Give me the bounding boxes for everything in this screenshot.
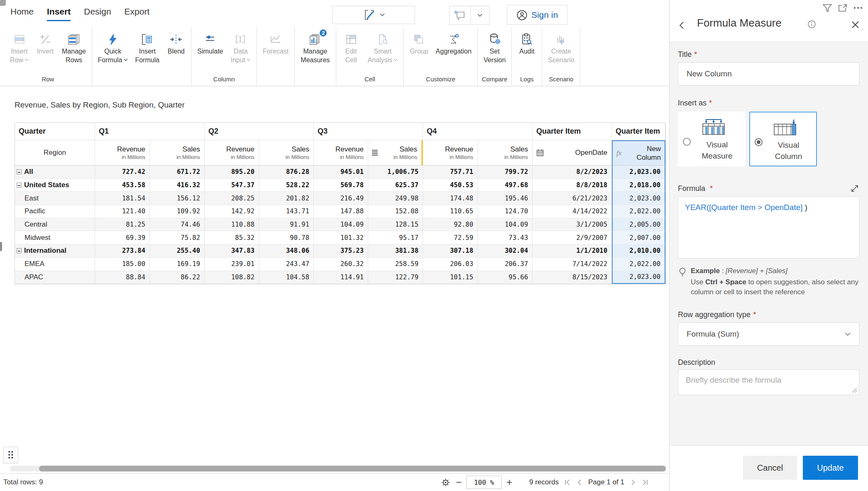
value-cell[interactable]: 124.70 bbox=[478, 205, 533, 218]
value-cell[interactable]: 104.09 bbox=[478, 218, 533, 232]
tab-design[interactable]: Design bbox=[84, 7, 111, 21]
value-cell[interactable]: 727.42 bbox=[95, 166, 150, 179]
measure-header[interactable]: Salesin Millions bbox=[478, 140, 533, 166]
close-button[interactable] bbox=[850, 19, 861, 30]
simulate-button[interactable]: Simulate bbox=[193, 27, 227, 56]
column-menu-icon[interactable] bbox=[371, 149, 379, 156]
value-cell[interactable]: 625.37 bbox=[368, 179, 423, 192]
new-column-cell[interactable]: 2,023.00 bbox=[612, 271, 665, 284]
value-cell[interactable]: 528.22 bbox=[259, 179, 314, 192]
value-cell[interactable]: 143.71 bbox=[259, 205, 314, 218]
value-cell[interactable]: 201.82 bbox=[259, 192, 314, 205]
new-column-cell[interactable]: 2,022.00 bbox=[612, 258, 665, 271]
value-cell[interactable]: 258.59 bbox=[368, 258, 423, 271]
open-date-cell[interactable]: 6/21/2023 bbox=[533, 192, 612, 205]
value-cell[interactable]: 128.15 bbox=[368, 218, 423, 232]
region-cell[interactable]: Pacific bbox=[15, 205, 95, 218]
measure-header[interactable]: Salesin Millions bbox=[368, 140, 423, 166]
value-cell[interactable]: 169.19 bbox=[150, 258, 205, 271]
value-cell[interactable]: 799.72 bbox=[478, 166, 533, 179]
expand-formula-button[interactable] bbox=[850, 184, 859, 193]
value-cell[interactable]: 569.78 bbox=[314, 179, 368, 192]
measure-header[interactable]: Revenuein Millions bbox=[423, 140, 478, 166]
value-cell[interactable]: 152.08 bbox=[368, 205, 423, 218]
value-cell[interactable]: 255.40 bbox=[150, 244, 205, 258]
update-button[interactable]: Update bbox=[803, 456, 858, 480]
value-cell[interactable]: 109.92 bbox=[150, 205, 205, 218]
value-cell[interactable]: 206.03 bbox=[423, 258, 478, 271]
comment-dropdown-button[interactable] bbox=[470, 6, 489, 25]
value-cell[interactable]: 239.01 bbox=[205, 258, 259, 271]
insert-formula-button[interactable]: InsertFormula bbox=[132, 27, 164, 64]
region-cell[interactable]: International bbox=[15, 244, 95, 258]
set-version-button[interactable]: SetVersion bbox=[480, 27, 509, 64]
formula-editor[interactable]: YEAR([Quarter Item > OpenDate] ) bbox=[678, 196, 859, 259]
value-cell[interactable]: 156.12 bbox=[150, 192, 205, 205]
measure-header[interactable]: Salesin Millions bbox=[259, 140, 314, 166]
value-cell[interactable]: 110.65 bbox=[423, 205, 478, 218]
row-aggregation-select[interactable]: Formula (Sum) bbox=[678, 322, 859, 346]
title-input[interactable] bbox=[678, 62, 859, 85]
value-cell[interactable]: 1,006.75 bbox=[368, 166, 423, 179]
radio-selected-icon[interactable] bbox=[755, 138, 763, 146]
value-cell[interactable]: 92.80 bbox=[423, 218, 478, 232]
value-cell[interactable]: 195.46 bbox=[478, 192, 533, 205]
collapse-icon[interactable] bbox=[17, 169, 22, 174]
value-cell[interactable]: 142.92 bbox=[205, 205, 259, 218]
region-cell[interactable]: East bbox=[15, 192, 95, 205]
new-column-cell[interactable]: 2,010.00 bbox=[612, 244, 665, 258]
value-cell[interactable]: 174.48 bbox=[423, 192, 478, 205]
value-cell[interactable]: 88.84 bbox=[95, 271, 150, 284]
prev-page-button[interactable] bbox=[576, 478, 583, 486]
horizontal-scrollbar[interactable] bbox=[10, 466, 667, 471]
value-cell[interactable]: 185.00 bbox=[95, 258, 150, 271]
value-cell[interactable]: 108.82 bbox=[205, 271, 259, 284]
value-cell[interactable]: 307.18 bbox=[423, 244, 478, 258]
description-textarea[interactable] bbox=[678, 369, 859, 395]
table-settings-button[interactable] bbox=[440, 477, 451, 488]
region-cell[interactable]: Midwest bbox=[15, 231, 95, 244]
value-cell[interactable]: 75.82 bbox=[150, 231, 205, 244]
value-cell[interactable]: 243.47 bbox=[259, 258, 314, 271]
new-column-cell[interactable]: 2,005.00 bbox=[612, 218, 665, 232]
value-cell[interactable]: 69.39 bbox=[95, 231, 150, 244]
manage-rows-button[interactable]: ManageRows bbox=[58, 27, 90, 64]
value-cell[interactable]: 453.58 bbox=[95, 179, 150, 192]
region-cell[interactable]: EMEA bbox=[15, 258, 95, 271]
value-cell[interactable]: 85.32 bbox=[205, 231, 259, 244]
blend-button[interactable]: Blend bbox=[163, 27, 189, 56]
value-cell[interactable]: 416.32 bbox=[150, 179, 205, 192]
value-cell[interactable]: 895.20 bbox=[205, 166, 259, 179]
value-cell[interactable]: 206.37 bbox=[478, 258, 533, 271]
quick-formula-button[interactable]: QuickFormula bbox=[94, 27, 132, 64]
value-cell[interactable]: 101.32 bbox=[314, 231, 368, 244]
value-cell[interactable]: 73.43 bbox=[478, 231, 533, 244]
zoom-out-button[interactable]: − bbox=[456, 477, 462, 487]
resize-handle-icon[interactable] bbox=[852, 388, 857, 393]
value-cell[interactable]: 757.71 bbox=[423, 166, 478, 179]
value-cell[interactable]: 381.38 bbox=[368, 244, 423, 258]
add-comment-button[interactable] bbox=[449, 6, 471, 25]
value-cell[interactable]: 95.66 bbox=[478, 271, 533, 284]
first-page-button[interactable] bbox=[563, 478, 572, 486]
next-page-button[interactable] bbox=[630, 478, 636, 486]
value-cell[interactable]: 375.23 bbox=[314, 244, 368, 258]
edit-mode-button[interactable] bbox=[332, 6, 415, 24]
audit-button[interactable]: Audit bbox=[514, 27, 540, 56]
measure-header[interactable]: Salesin Millions bbox=[150, 140, 205, 166]
tab-export[interactable]: Export bbox=[125, 7, 150, 21]
new-column-cell[interactable]: 2,023.00 bbox=[612, 192, 665, 205]
value-cell[interactable]: 249.98 bbox=[368, 192, 423, 205]
open-date-cell[interactable]: 1/1/2010 bbox=[533, 244, 612, 258]
value-cell[interactable]: 547.37 bbox=[205, 179, 259, 192]
open-date-cell[interactable]: 8/2/2023 bbox=[533, 166, 612, 179]
open-date-cell[interactable]: 8/15/2023 bbox=[533, 271, 612, 284]
value-cell[interactable]: 147.88 bbox=[314, 205, 368, 218]
value-cell[interactable]: 450.53 bbox=[423, 179, 478, 192]
more-options-button[interactable] bbox=[852, 2, 864, 13]
new-column-header[interactable]: fxNew Column bbox=[612, 140, 665, 166]
manage-measures-button[interactable]: 2ManageMeasures bbox=[297, 27, 333, 64]
value-cell[interactable]: 110.88 bbox=[205, 218, 259, 232]
visual-column-option[interactable]: Visual Column bbox=[749, 112, 817, 166]
radio-unselected-icon[interactable] bbox=[683, 138, 691, 146]
